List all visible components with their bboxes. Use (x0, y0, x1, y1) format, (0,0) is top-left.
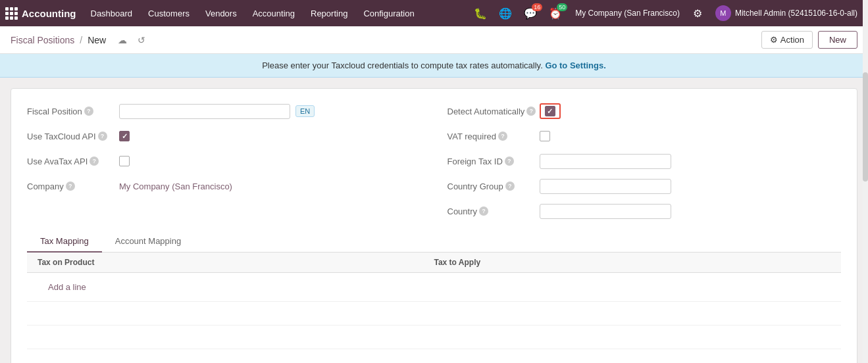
form-right: Detect Automatically ? VAT required ? (447, 102, 842, 220)
nav-dashboard[interactable]: Dashboard (84, 6, 140, 21)
use-taxcloud-label: Use TaxCloud API ? (27, 132, 119, 141)
breadcrumb-current: New (88, 35, 106, 45)
vat-required-checkbox[interactable] (540, 131, 550, 141)
tab-account-mapping[interactable]: Account Mapping (102, 231, 194, 253)
scrollbar-thumb[interactable] (863, 72, 868, 182)
vat-required-help[interactable]: ? (498, 132, 507, 141)
nav-configuration[interactable]: Configuration (357, 6, 421, 21)
fiscal-position-row: Fiscal Position ? EN (27, 102, 421, 120)
fiscal-position-input[interactable] (119, 104, 290, 119)
country-group-row: Country Group ? (447, 177, 842, 195)
country-group-input[interactable] (540, 179, 671, 194)
empty-row-1 (27, 302, 841, 326)
app-name: Accounting (22, 8, 76, 19)
settings-icon-btn[interactable]: ⚙ (689, 5, 706, 22)
table-container: Tax on Product Tax to Apply Add a line (27, 253, 841, 363)
user-menu[interactable]: M Mitchell Admin (52415106-16-0-all) (710, 3, 863, 24)
globe-icon-btn[interactable]: 🌐 (495, 5, 516, 22)
vat-required-row: VAT required ? (447, 127, 842, 145)
foreign-tax-id-label: Foreign Tax ID ? (447, 157, 540, 166)
use-taxcloud-help[interactable]: ? (98, 132, 107, 141)
use-taxcloud-checkbox-wrap (119, 131, 130, 141)
nav-reporting[interactable]: Reporting (304, 6, 354, 21)
nav-accounting[interactable]: Accounting (246, 6, 301, 21)
foreign-tax-id-help[interactable]: ? (505, 157, 514, 166)
form-card: Fiscal Position ? EN Use TaxCloud API ? (11, 88, 857, 363)
company-selector[interactable]: My Company (San Francisco) (570, 6, 685, 20)
bug-icon-btn[interactable]: 🐛 (470, 5, 491, 22)
country-label: Country ? (447, 206, 540, 216)
info-banner: Please enter your Taxcloud credentials t… (0, 54, 868, 78)
table-header: Tax on Product Tax to Apply (27, 253, 841, 273)
table-col1-header: Tax on Product (38, 258, 434, 267)
scrollbar-track[interactable] (863, 0, 868, 363)
activity-icon-btn[interactable]: ⏰ 50 (545, 5, 566, 22)
detect-auto-row: Detect Automatically ? (447, 102, 842, 120)
country-input[interactable] (540, 204, 671, 219)
company-help[interactable]: ? (66, 182, 75, 191)
lang-badge[interactable]: EN (295, 105, 315, 117)
country-help[interactable]: ? (479, 206, 488, 216)
form-left: Fiscal Position ? EN Use TaxCloud API ? (27, 102, 421, 195)
use-avatax-checkbox-wrap (119, 156, 130, 166)
grid-icon (5, 7, 18, 20)
breadcrumb-sep: / (80, 35, 82, 45)
breadcrumb-parent[interactable]: Fiscal Positions (11, 35, 74, 45)
save-icon-btn[interactable]: ☁ (115, 34, 130, 47)
navbar-icons: 🐛 🌐 💬 16 ⏰ 50 My Company (San Francisco)… (470, 3, 863, 24)
company-row: Company ? My Company (San Francisco) (27, 177, 421, 195)
foreign-tax-id-row: Foreign Tax ID ? (447, 152, 842, 170)
use-avatax-help[interactable]: ? (89, 157, 99, 166)
empty-row-3 (27, 349, 841, 363)
tab-tax-mapping[interactable]: Tax Mapping (27, 231, 102, 253)
chat-icon-btn[interactable]: 💬 16 (520, 5, 541, 22)
add-line-btn[interactable]: Add a line (38, 278, 97, 296)
fiscal-position-help[interactable]: ? (84, 107, 93, 116)
table-body: Add a line (27, 273, 841, 302)
use-avatax-row: Use AvaTax API ? (27, 152, 421, 170)
use-taxcloud-checkbox[interactable] (119, 131, 130, 141)
breadcrumb-bar: Fiscal Positions / New ☁ ↺ ⚙ Action New (0, 26, 868, 54)
activity-badge: 50 (557, 3, 567, 11)
tabs-bar: Tax Mapping Account Mapping (27, 231, 841, 253)
action-gear-icon: ⚙ (770, 35, 778, 45)
table-col2-header: Tax to Apply (434, 258, 831, 267)
detect-auto-label: Detect Automatically ? (447, 107, 540, 116)
use-avatax-label: Use AvaTax API ? (27, 157, 119, 166)
detect-auto-checkbox[interactable] (545, 106, 555, 116)
breadcrumb-actions: ☁ ↺ (115, 34, 148, 47)
banner-text: Please enter your Taxcloud credentials t… (262, 60, 543, 70)
fiscal-position-label: Fiscal Position ? (27, 107, 119, 116)
banner-link[interactable]: Go to Settings. (545, 60, 605, 70)
nav-customers[interactable]: Customers (141, 6, 196, 21)
company-name: My Company (San Francisco) (575, 9, 680, 18)
vat-required-label: VAT required ? (447, 132, 540, 141)
nav-vendors[interactable]: Vendors (199, 6, 243, 21)
detect-auto-highlighted-box (540, 103, 561, 119)
vat-required-checkbox-wrap (540, 131, 550, 141)
company-value[interactable]: My Company (San Francisco) (119, 182, 232, 191)
user-name: Mitchell Admin (52415106-16-0-all) (735, 9, 857, 18)
action-label: Action (780, 35, 804, 45)
action-button[interactable]: ⚙ Action (761, 31, 813, 49)
navbar: Accounting Dashboard Customers Vendors A… (0, 0, 868, 26)
use-taxcloud-row: Use TaxCloud API ? (27, 127, 421, 145)
main-content: Fiscal Position ? EN Use TaxCloud API ? (0, 78, 868, 363)
country-row: Country ? (447, 202, 842, 220)
country-group-label: Country Group ? (447, 182, 540, 191)
chat-badge: 16 (532, 3, 542, 11)
foreign-tax-id-input[interactable] (540, 154, 671, 169)
app-brand[interactable]: Accounting (5, 7, 76, 20)
empty-row-2 (27, 326, 841, 349)
use-avatax-checkbox[interactable] (119, 156, 130, 166)
country-group-help[interactable]: ? (505, 182, 515, 191)
undo-icon-btn[interactable]: ↺ (135, 34, 148, 47)
company-label: Company ? (27, 182, 119, 191)
user-avatar: M (715, 5, 731, 21)
new-button[interactable]: New (818, 31, 857, 49)
form-fields: Fiscal Position ? EN Use TaxCloud API ? (27, 102, 841, 220)
detect-auto-help[interactable]: ? (526, 107, 536, 116)
